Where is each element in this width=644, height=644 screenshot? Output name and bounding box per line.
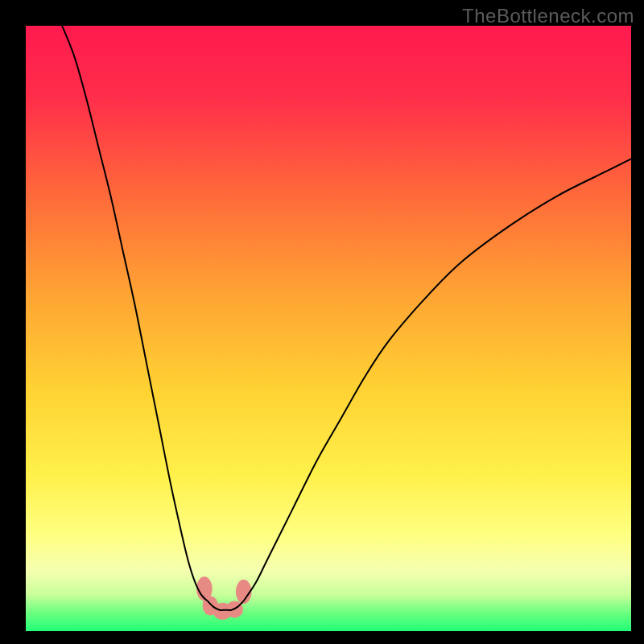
chart-stage: TheBottleneck.com [0, 0, 644, 644]
chart-svg [26, 26, 631, 631]
chart-plot-area [26, 26, 631, 631]
chart-background [26, 26, 631, 631]
watermark-text: TheBottleneck.com [462, 5, 634, 27]
